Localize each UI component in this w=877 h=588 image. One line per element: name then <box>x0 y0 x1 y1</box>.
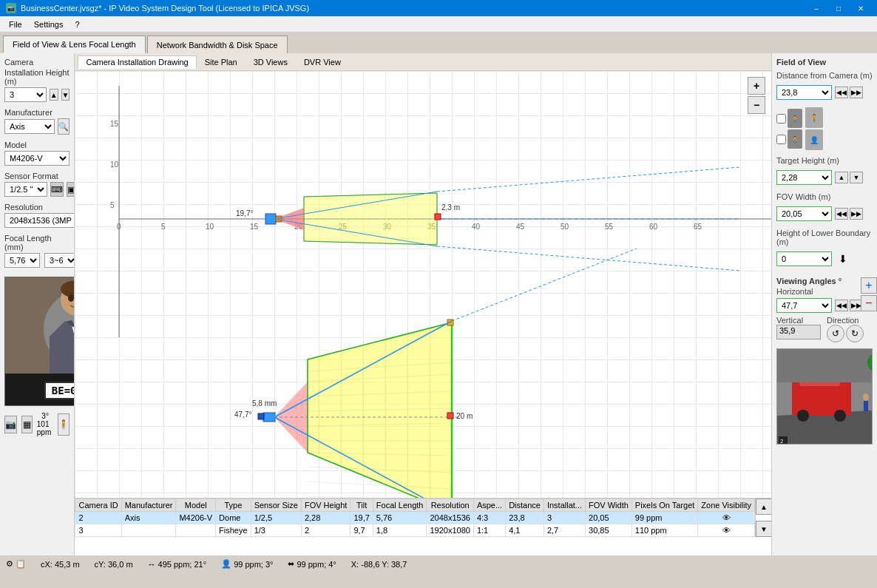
tab-fov[interactable]: Field of View & Lens Focal Length <box>3 36 146 53</box>
table-row[interactable]: 2 Axis M4206-V Dome 1/2,5 2,28 19,7 5,76… <box>75 512 755 524</box>
lower-boundary-select[interactable]: 0 <box>776 251 832 266</box>
ppm-label: 101 ppm <box>37 420 54 436</box>
person-check1[interactable] <box>776 114 786 124</box>
cell-ppt: 99 ppm <box>631 512 698 524</box>
model-select[interactable]: M4206-V <box>4 151 70 166</box>
main-tabbar: Field of View & Lens Focal Length Networ… <box>0 33 877 53</box>
focal-length-select2[interactable]: 3~6 <box>44 253 75 268</box>
height-up-button[interactable]: ▲ <box>50 89 58 101</box>
minimize-button[interactable]: – <box>806 0 827 16</box>
remove-camera-button[interactable]: − <box>861 295 877 311</box>
center-panel: Camera Installation Drawing Site Plan 3D… <box>75 53 771 555</box>
cell-mfr: Axis <box>121 512 176 524</box>
status-ppm3: 99 ppm; 4° <box>297 560 336 569</box>
cell-zone: 👁 <box>698 524 755 537</box>
table-row[interactable]: 3 Fisheye 1/3 2 9,7 1,8 1920x1080 1:1 <box>75 524 755 537</box>
distance-label: Distance from Camera (m) <box>776 71 873 80</box>
add-camera-button[interactable]: + <box>861 277 877 294</box>
maximize-button[interactable]: □ <box>828 0 849 16</box>
status-toolbar-icon1[interactable]: ⚙ <box>6 559 13 569</box>
cell-install: 3 <box>544 512 585 524</box>
status-ppm2-icon: 👤 <box>221 559 231 569</box>
sensor-thumb2[interactable]: ▣ <box>67 182 75 197</box>
cell-aspect: 4:3 <box>473 512 505 524</box>
direction-cw-btn[interactable]: ↻ <box>846 325 864 342</box>
focal-length-select1[interactable]: 5,76 <box>4 253 40 268</box>
menu-settings[interactable]: Settings <box>28 18 70 30</box>
svg-text:5: 5 <box>161 223 166 231</box>
svg-text:2: 2 <box>780 438 784 445</box>
cell-zone: 👁 <box>698 512 755 524</box>
drawing-area: 15 10 5 0 5 10 15 20 25 30 35 40 45 50 5… <box>75 71 771 498</box>
table-scroll-down[interactable]: ▼ <box>756 521 771 537</box>
view-tab-3d[interactable]: 3D Views <box>246 55 296 69</box>
viewing-angles-title: Viewing Angles ° <box>776 277 873 285</box>
view-tab-siteplan[interactable]: Site Plan <box>197 55 246 69</box>
close-button[interactable]: ✕ <box>850 0 871 16</box>
person-icon-1: 🧍 <box>788 109 802 128</box>
camera-icon[interactable]: 📷 <box>4 416 17 433</box>
target-down-btn[interactable]: ▼ <box>850 172 863 183</box>
zoom-controls: + − <box>748 77 765 114</box>
svg-text:10: 10 <box>110 160 119 169</box>
target-up-btn[interactable]: ▲ <box>835 172 848 183</box>
svg-text:50: 50 <box>561 223 569 231</box>
direction-ccw-btn[interactable]: ↺ <box>827 325 844 342</box>
installation-height-select[interactable]: 3 <box>4 87 47 102</box>
cell-mfr <box>121 524 176 537</box>
svg-text:55: 55 <box>605 223 614 231</box>
person-standing-icon: 🧍 <box>805 107 823 128</box>
distance-select[interactable]: 23,8 <box>776 85 832 100</box>
col-camera-id: Camera ID <box>75 499 121 512</box>
col-distance: Distance <box>506 499 544 512</box>
svg-point-4 <box>68 294 74 302</box>
menu-help[interactable]: ? <box>69 18 85 30</box>
svg-text:10: 10 <box>206 223 214 231</box>
table-scroll-up[interactable]: ▲ <box>756 499 771 515</box>
manufacturer-search-button[interactable]: 🔍 <box>58 118 70 135</box>
col-tilt: Tilt <box>351 499 373 512</box>
fov-width-select[interactable]: 20,05 <box>776 206 832 221</box>
horiz-left-btn[interactable]: ◀◀ <box>835 300 848 311</box>
lower-boundary-label: Height of Lower Boundary (m) <box>776 229 873 246</box>
status-ppm3-icon: ⬌ <box>288 559 294 569</box>
distance-left-btn[interactable]: ◀◀ <box>835 87 848 98</box>
fov-width-left-btn[interactable]: ◀◀ <box>835 208 848 220</box>
cell-sensor: 1/2,5 <box>251 512 301 524</box>
svg-rect-32 <box>435 214 441 220</box>
svg-rect-39 <box>263 413 275 422</box>
menubar: File Settings ? <box>0 16 877 33</box>
col-sensor: Sensor Size <box>251 499 301 512</box>
status-cy: cY: 36,0 m <box>95 560 133 569</box>
height-down-button[interactable]: ▼ <box>61 89 70 101</box>
titlebar: 📷 BusinessCenter.jvsgz* - IP Video Syste… <box>0 0 877 16</box>
sensor-thumb1[interactable]: ⌨ <box>50 182 64 197</box>
target-height-label: Target Height (m) <box>776 156 873 165</box>
camera-section-label: Camera <box>4 58 70 67</box>
target-height-select[interactable]: 2,28 <box>776 170 832 185</box>
cell-dist: 4,1 <box>506 524 544 537</box>
tab-network[interactable]: Network Bandwidth & Disk Space <box>147 36 288 53</box>
model-label: Model <box>4 141 70 149</box>
distance-right-btn[interactable]: ▶▶ <box>850 87 863 98</box>
grid-icon[interactable]: ▦ <box>21 416 33 433</box>
resolution-select[interactable]: 2048x1536 (3MP 4:3) <box>4 213 75 228</box>
horizontal-select[interactable]: 47,7 <box>776 298 832 313</box>
manufacturer-select[interactable]: Axis <box>4 119 55 134</box>
view-tab-drawing[interactable]: Camera Installation Drawing <box>78 55 196 69</box>
cell-fovh: 2,28 <box>301 512 350 524</box>
view-tab-dvr[interactable]: DVR View <box>296 55 349 69</box>
zoom-in-button[interactable]: + <box>748 77 765 95</box>
svg-point-81 <box>863 393 869 401</box>
cell-model: M4206-V <box>176 512 216 524</box>
cell-focal: 1,8 <box>373 524 427 537</box>
zoom-out-button[interactable]: − <box>748 96 765 114</box>
menu-file[interactable]: File <box>3 18 28 30</box>
fov-width-right-btn[interactable]: ▶▶ <box>850 208 863 220</box>
left-panel: Camera Installation Height (m) 3 ▲ ▼ Man… <box>0 53 75 555</box>
cell-tilt: 9,7 <box>351 524 373 537</box>
camera-preview: BE=028AB <box>4 277 75 406</box>
person-check2[interactable] <box>776 135 786 144</box>
sensor-format-select[interactable]: 1/2.5 " <box>4 182 47 197</box>
status-toolbar-icon2[interactable]: 📋 <box>16 559 26 569</box>
